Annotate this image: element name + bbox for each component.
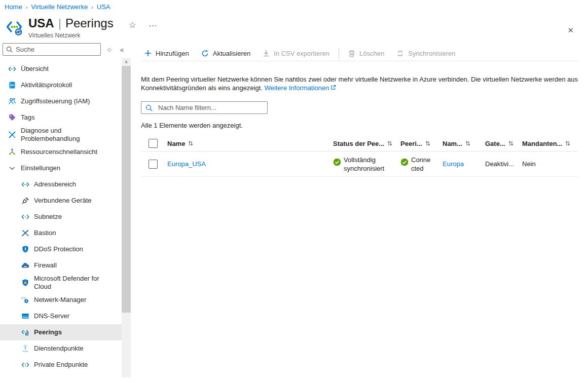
sort-icon: [565, 140, 570, 146]
sidebar-item-label: Zugriffssteuerung (IAM): [21, 97, 90, 105]
sidebar-search: [3, 43, 101, 56]
add-button[interactable]: Hinzufügen: [141, 46, 195, 61]
synchronize-button: Synchronisieren: [390, 46, 461, 61]
sidebar-item-label: Diagnose und Problembehandlung: [21, 127, 107, 143]
row-checkbox[interactable]: [149, 160, 158, 169]
sidebar-item-label: Adressbereich: [34, 180, 76, 188]
sidebar-item-diagnose-problembehandlung[interactable]: Diagnose und Problembehandlung: [0, 126, 122, 144]
sidebar-item-label: Dienstendpunkte: [34, 344, 84, 353]
column-header-peering-state[interactable]: Peeri...: [400, 140, 443, 147]
page-title: USA | Peerings ☆ …: [28, 16, 158, 30]
sidebar-item-label: Einstellungen: [21, 164, 60, 172]
tags-icon: [8, 113, 16, 122]
column-header-peering-status[interactable]: Status der Pee...: [333, 140, 400, 147]
delete-button: Löschen: [342, 46, 390, 61]
sidebar-item-uebersicht[interactable]: Übersicht: [0, 61, 122, 77]
iam-icon: [8, 97, 16, 105]
collapse-sidebar-icon[interactable]: «: [120, 46, 124, 54]
favorite-star-icon[interactable]: ☆: [129, 20, 136, 30]
external-link-icon: [330, 84, 336, 92]
sidebar: ◇ « ÜbersichtAktivitätsprotokollZugriffs…: [0, 39, 141, 377]
network-manager-icon: [21, 296, 29, 304]
peerings-table: Name Status der Pee... Peeri... Nam... G…: [141, 136, 578, 177]
table-row: Europa_USA Vollständig synchronisiert Co…: [141, 151, 578, 177]
toolbar: Hinzufügen Aktualisieren In CSV exportie…: [141, 46, 578, 61]
breadcrumb-link-usa[interactable]: USA: [97, 3, 111, 11]
column-header-gateway[interactable]: Gate...: [485, 140, 522, 147]
table-header-row: Name Status der Pee... Peeri... Nam... G…: [141, 136, 578, 151]
sidebar-item-ddos-protection[interactable]: DDoS Protection: [0, 241, 122, 257]
breadcrumb-link-virtuelle-netzwerke[interactable]: Virtuelle Netzwerke: [31, 3, 88, 11]
tenant-cell: Nein: [522, 160, 578, 168]
sidebar-item-defender-for-cloud[interactable]: Microsoft Defender for Cloud: [0, 274, 122, 292]
more-options-icon[interactable]: …: [149, 19, 158, 29]
peer-vnet-link[interactable]: Europa: [443, 160, 464, 168]
sidebar-item-zugriffssteuerung-iam[interactable]: Zugriffssteuerung (IAM): [0, 93, 122, 109]
sidebar-item-netwerk-manager[interactable]: Netwerk-Manager: [0, 292, 122, 308]
sidebar-item-label: Firewall: [34, 261, 57, 270]
virtual-network-icon: [5, 17, 24, 36]
learn-more-link[interactable]: Weitere Informationen: [265, 84, 329, 92]
sort-icon: [425, 140, 430, 146]
sidebar-item-bastion[interactable]: Bastion: [0, 225, 122, 241]
column-header-tenant[interactable]: Mandanten...: [522, 140, 578, 147]
breadcrumb: Home › Virtuelle Netzwerke › USA: [0, 0, 588, 11]
sidebar-item-label: DNS-Server: [34, 312, 69, 320]
sidebar-item-dienstendpunkte[interactable]: Dienstendpunkte: [0, 340, 122, 357]
page-title-blade: Peerings: [65, 16, 114, 30]
close-icon[interactable]: ✕: [567, 26, 574, 35]
sort-icon: [188, 140, 193, 146]
refresh-icon: [201, 50, 209, 57]
sidebar-item-label: Private Endpunkte: [34, 361, 88, 369]
ddos-shield-icon: [21, 245, 29, 253]
sidebar-item-peerings[interactable]: Peerings: [0, 324, 122, 340]
sidebar-item-private-endpunkte[interactable]: Private Endpunkte: [0, 357, 122, 373]
search-icon: [6, 46, 13, 53]
export-csv-button: In CSV exportieren: [256, 46, 336, 61]
success-check-icon: [400, 158, 409, 166]
sidebar-item-ressourcenschnellansicht[interactable]: Ressourcenschnellansicht: [0, 144, 122, 160]
sort-icon: [465, 140, 470, 146]
diagnose-icon: [8, 131, 16, 139]
sidebar-item-adressbereich[interactable]: Adressbereich: [0, 176, 122, 193]
sidebar-item-label: Ressourcenschnellansicht: [21, 148, 97, 156]
dns-server-icon: [21, 312, 29, 320]
activity-log-icon: [8, 81, 16, 89]
sidebar-item-label: Verbundene Geräte: [34, 197, 91, 205]
sidebar-item-label: Peerings: [34, 328, 62, 336]
refresh-button[interactable]: Aktualisieren: [195, 46, 256, 61]
peering-status-cell: Vollständig synchronisiert: [333, 156, 400, 173]
sidebar-item-firewall[interactable]: Firewall: [0, 257, 122, 274]
column-header-peer-name[interactable]: Nam...: [443, 140, 485, 147]
subnets-icon: [21, 213, 29, 221]
sidebar-item-aktivitaetsprotokoll[interactable]: Aktivitätsprotokoll: [0, 77, 122, 93]
sidebar-item-subnetze[interactable]: Subnetze: [0, 209, 122, 225]
scroll-up-icon[interactable]: ∧: [122, 58, 131, 66]
sidebar-item-label: Aktivitätsprotokoll: [21, 81, 72, 89]
sort-icon: [508, 140, 513, 146]
private-endpoints-icon: [21, 361, 29, 369]
gateway-cell: Deaktivi...: [485, 160, 522, 168]
breadcrumb-separator: ›: [91, 4, 93, 10]
sidebar-item-verbundene-geraete[interactable]: Verbundene Geräte: [0, 193, 122, 209]
peering-name-link[interactable]: Europa_USA: [167, 160, 206, 168]
sidebar-item-dns-server[interactable]: DNS-Server: [0, 308, 122, 324]
breadcrumb-link-home[interactable]: Home: [5, 3, 22, 11]
page-title-resource: USA: [28, 16, 54, 30]
select-all-checkbox[interactable]: [149, 139, 158, 148]
pin-toggle-icon[interactable]: ◇: [107, 47, 112, 52]
sidebar-scrollbar[interactable]: ∧: [122, 58, 131, 377]
column-header-name[interactable]: Name: [167, 140, 333, 147]
page-title-separator: |: [58, 16, 61, 30]
filter-by-name-input[interactable]: [158, 104, 254, 111]
scrollbar-thumb[interactable]: [122, 66, 131, 313]
sidebar-search-input[interactable]: [16, 46, 92, 53]
sidebar-item-einstellungen[interactable]: Einstellungen: [0, 160, 122, 176]
page-subtitle: Virtuelles Netzwerk: [28, 32, 158, 39]
address-space-icon: [21, 180, 29, 188]
peering-description: Mit dem Peering virtueller Netzwerke kön…: [141, 75, 578, 92]
sidebar-item-label: DDoS Protection: [34, 245, 83, 253]
breadcrumb-separator: ›: [26, 4, 28, 10]
sidebar-item-tags[interactable]: Tags: [0, 109, 122, 126]
bastion-icon: [21, 229, 29, 237]
